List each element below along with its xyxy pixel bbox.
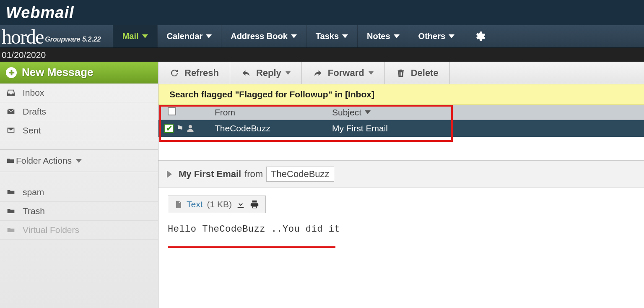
person-icon — [186, 124, 195, 133]
folder-actions[interactable]: Folder Actions — [0, 149, 158, 172]
main-nav: horde Groupware 5.2.22 Mail Calendar Add… — [0, 25, 644, 48]
folder-icon — [5, 225, 17, 235]
folder-spam[interactable]: spam — [0, 183, 158, 202]
folder-trash-label: Trash — [23, 206, 45, 216]
message-row-subject: My First Email — [332, 123, 644, 133]
message-list: From Subject ✔ ⚑ TheCodeBuzz My First Em… — [158, 105, 644, 137]
nav-spacer — [106, 25, 113, 47]
gear-icon — [474, 31, 486, 42]
nav-address-book-label: Address Book — [231, 31, 288, 41]
folder-virtual-label: Virtual Folders — [23, 225, 79, 235]
refresh-icon — [169, 68, 179, 78]
webmail-logo: Webmail — [6, 4, 74, 22]
folder-trash[interactable]: Trash — [0, 202, 158, 221]
drafts-icon — [5, 107, 17, 117]
reply-label: Reply — [256, 68, 281, 78]
caret-down-icon — [76, 159, 82, 163]
nav-mail[interactable]: Mail — [113, 25, 157, 47]
forward-icon — [313, 68, 323, 78]
folder-actions-label: Folder Actions — [16, 156, 72, 166]
preview-body: Text (1 KB) Hello TheCodeBuzz ..You did … — [158, 188, 644, 256]
new-message-button[interactable]: + New Message — [0, 62, 158, 84]
nav-others[interactable]: Others — [409, 25, 464, 47]
inbox-icon — [5, 88, 17, 98]
nav-notes-label: Notes — [367, 31, 390, 41]
nav-others-label: Others — [418, 31, 445, 41]
select-all-checkbox[interactable] — [158, 107, 215, 117]
nav-calendar[interactable]: Calendar — [157, 25, 221, 47]
column-header-subject[interactable]: Subject — [332, 107, 644, 117]
message-row-icons: ✔ ⚑ — [158, 123, 215, 133]
folder-inbox[interactable]: Inbox — [0, 84, 158, 102]
attachment-box[interactable]: Text (1 KB) — [168, 196, 266, 213]
forward-label: Forward — [328, 68, 364, 78]
preview-from-value[interactable]: TheCodeBuzz — [266, 167, 334, 182]
folder-drafts-label: Drafts — [23, 107, 46, 117]
nav-tasks-label: Tasks — [316, 31, 339, 41]
folder-spam-label: spam — [23, 187, 44, 197]
refresh-button[interactable]: Refresh — [158, 62, 230, 84]
folder-sent[interactable]: Sent — [0, 121, 158, 140]
checked-icon[interactable]: ✔ — [164, 124, 174, 133]
message-list-header: From Subject — [158, 105, 644, 120]
nav-mail-label: Mail — [122, 31, 139, 41]
flag-icon[interactable]: ⚑ — [176, 123, 184, 133]
column-header-from[interactable]: From — [215, 107, 332, 117]
message-row[interactable]: ✔ ⚑ TheCodeBuzz My First Email — [158, 120, 644, 137]
file-icon — [174, 199, 182, 209]
message-row-from: TheCodeBuzz — [215, 123, 332, 133]
preview-from-word: from — [244, 169, 263, 180]
caret-down-icon — [369, 71, 374, 75]
sort-desc-icon — [365, 110, 371, 114]
date-bar: 01/20/2020 — [0, 48, 644, 62]
print-icon[interactable] — [249, 200, 260, 209]
folder-icon — [5, 157, 16, 165]
search-banner: Search flagged "Flagged for Followup" in… — [158, 84, 644, 105]
caret-down-icon — [142, 34, 148, 38]
download-icon[interactable] — [236, 200, 245, 209]
checkbox-icon — [168, 107, 176, 115]
nav-address-book[interactable]: Address Book — [221, 25, 306, 47]
main-region: + New Message Inbox Drafts Sent Fold — [0, 62, 644, 308]
sidebar: + New Message Inbox Drafts Sent Fold — [0, 62, 158, 308]
horde-wordmark: horde — [2, 29, 43, 45]
reply-button[interactable]: Reply — [230, 62, 302, 84]
topbar: Webmail — [0, 0, 644, 25]
list-gap — [158, 137, 644, 160]
nav-notes[interactable]: Notes — [357, 25, 409, 47]
nav-calendar-label: Calendar — [167, 31, 203, 41]
caret-down-icon — [394, 34, 400, 38]
folder-sent-label: Sent — [23, 125, 41, 136]
trash-icon — [396, 68, 406, 78]
horde-version: Groupware 5.2.22 — [45, 36, 101, 45]
caret-down-icon — [449, 34, 454, 38]
delete-button[interactable]: Delete — [385, 62, 450, 84]
attachment-size: (1 KB) — [207, 199, 232, 209]
folder-icon — [5, 206, 17, 216]
nav-tasks[interactable]: Tasks — [306, 25, 357, 47]
forward-button[interactable]: Forward — [302, 62, 385, 84]
preview-header: My First Email from TheCodeBuzz — [158, 160, 644, 188]
new-message-label: New Message — [22, 66, 93, 79]
horde-brand: horde Groupware 5.2.22 — [0, 25, 106, 47]
message-toolbar: Refresh Reply Forward Delete — [158, 62, 644, 84]
column-header-subject-label: Subject — [332, 107, 361, 117]
collapse-icon[interactable] — [167, 170, 172, 178]
annotation-underline — [168, 246, 335, 248]
folder-icon — [5, 187, 17, 197]
folder-inbox-label: Inbox — [23, 88, 44, 98]
caret-down-icon — [342, 34, 348, 38]
preview-subject: My First Email — [179, 169, 241, 180]
folder-drafts[interactable]: Drafts — [0, 102, 158, 121]
caret-down-icon — [286, 71, 291, 75]
content-area: Refresh Reply Forward Delete — [158, 62, 644, 308]
message-body-text: Hello TheCodeBuzz ..You did it — [168, 224, 635, 235]
plus-icon: + — [6, 67, 17, 78]
sent-icon — [5, 125, 17, 136]
refresh-label: Refresh — [184, 68, 219, 78]
folder-group: spam Trash Virtual Folders — [0, 183, 158, 240]
delete-label: Delete — [411, 68, 439, 78]
attachment-name: Text — [187, 199, 203, 209]
settings-button[interactable] — [464, 25, 496, 47]
folder-virtual[interactable]: Virtual Folders — [0, 221, 158, 240]
